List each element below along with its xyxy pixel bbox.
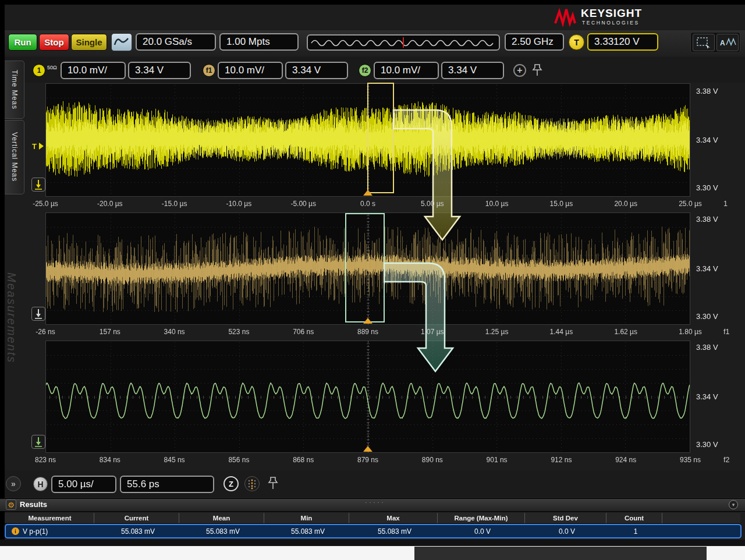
time-tick: 0.0 s bbox=[360, 200, 375, 208]
acquisition-preview-strip[interactable] bbox=[307, 34, 500, 51]
column-header: Min bbox=[264, 513, 349, 523]
tab-time-meas[interactable]: Time Meas bbox=[5, 61, 24, 119]
dotted-columns-icon bbox=[246, 477, 258, 490]
single-button[interactable]: Single bbox=[71, 34, 107, 51]
display-tools-group: A bbox=[690, 32, 740, 53]
time-tick: 1.07 µs bbox=[421, 328, 444, 336]
tab-vertical-meas[interactable]: Vertical Meas bbox=[5, 120, 24, 194]
preview-waveform-icon bbox=[308, 36, 499, 49]
measurements-watermark: Measurements bbox=[5, 272, 18, 363]
time-tick: 823 ns bbox=[35, 456, 56, 464]
expand-sidebar-button[interactable]: » bbox=[6, 476, 21, 491]
voltage-label: 3.34 V bbox=[696, 136, 718, 144]
waveform-mode-icon bbox=[112, 34, 132, 51]
trigger-time-marker-f2[interactable] bbox=[363, 446, 372, 452]
channel-1-scale-box[interactable]: 10.0 mV/ bbox=[61, 62, 126, 79]
svg-text:A: A bbox=[720, 39, 725, 47]
stop-button[interactable]: Stop bbox=[39, 34, 69, 51]
time-tick: 1.62 µs bbox=[614, 328, 637, 336]
dashed-region-icon bbox=[693, 34, 714, 51]
sample-rate-box[interactable]: 20.0 GSa/s bbox=[136, 33, 216, 51]
column-header: Count bbox=[606, 513, 662, 523]
axis-channel-label: f1 bbox=[723, 328, 729, 336]
results-settings-gear-icon[interactable]: ⚙ bbox=[6, 499, 16, 510]
keysight-logo: KEYSIGHT TECHNOLOGIES bbox=[554, 6, 682, 29]
results-footer-space bbox=[0, 540, 745, 546]
f2-scale-box[interactable]: 10.0 mV/ bbox=[374, 62, 439, 79]
time-tick: 523 ns bbox=[228, 328, 249, 336]
result-cell: 55.083 mV bbox=[180, 525, 265, 537]
trigger-level-box[interactable]: 3.33120 V bbox=[587, 33, 658, 51]
time-tick: 1.80 µs bbox=[679, 328, 702, 336]
time-tick: -10.0 µs bbox=[226, 200, 252, 208]
time-tick: 935 ns bbox=[680, 456, 701, 464]
results-collapse-button[interactable]: ▾ bbox=[729, 500, 738, 509]
trigger-badge[interactable]: T bbox=[569, 34, 584, 50]
time-tick: 1.44 µs bbox=[550, 328, 573, 336]
acquisition-mode-button[interactable] bbox=[111, 33, 132, 51]
column-header: Range (Max-Min) bbox=[438, 513, 525, 523]
channel-1-impedance: 50Ω bbox=[47, 65, 57, 70]
results-title: Results bbox=[20, 500, 47, 509]
panel-ch1-position-button[interactable] bbox=[31, 178, 45, 192]
time-axis-f1: -26 ns157 ns340 ns523 ns706 ns889 ns1.07… bbox=[45, 325, 690, 339]
column-header: Current bbox=[94, 513, 179, 523]
result-cell: 55.083 mV bbox=[350, 525, 439, 537]
time-tick: 856 ns bbox=[228, 456, 249, 464]
f2-offset-box[interactable]: 3.34 V bbox=[441, 62, 504, 79]
function-f1-badge[interactable]: f1 bbox=[203, 64, 215, 77]
horizontal-badge[interactable]: H bbox=[33, 477, 48, 491]
marker-columns-button[interactable] bbox=[244, 476, 260, 491]
trigger-time-marker-ch1[interactable] bbox=[363, 190, 372, 196]
waveform-panel-f1[interactable] bbox=[45, 212, 690, 325]
f1-offset-box[interactable]: 3.34 V bbox=[285, 62, 348, 79]
result-cell: iV p-p(1) bbox=[7, 525, 95, 537]
down-arrow-icon bbox=[33, 179, 44, 190]
measurement-info-icon: i bbox=[12, 527, 19, 535]
time-tick: 706 ns bbox=[293, 328, 314, 336]
voltage-label: 3.30 V bbox=[696, 440, 718, 449]
voltage-label: 3.30 V bbox=[696, 312, 718, 321]
pin-icon[interactable] bbox=[268, 475, 278, 491]
result-cell: 0.0 V bbox=[439, 525, 526, 537]
timebase-delay-box[interactable]: 55.6 ps bbox=[120, 476, 214, 493]
zoom-button[interactable]: Z bbox=[224, 476, 239, 491]
time-axis-f2: 823 ns834 ns845 ns856 ns868 ns879 ns890 … bbox=[45, 453, 690, 467]
panel-f1-position-button[interactable] bbox=[31, 307, 45, 321]
voltage-label: 3.34 V bbox=[696, 264, 718, 273]
frame-top-strip bbox=[0, 0, 745, 5]
frame-left-strip bbox=[0, 5, 5, 546]
time-tick: 924 ns bbox=[615, 456, 636, 464]
time-tick: -25.0 µs bbox=[33, 200, 58, 208]
page-bottom-bar bbox=[414, 547, 707, 560]
add-waveform-button[interactable]: + bbox=[513, 64, 526, 77]
memory-depth-box[interactable]: 1.00 Mpts bbox=[219, 33, 299, 51]
function-f2-badge[interactable]: f2 bbox=[359, 64, 371, 77]
trigger-level-marker[interactable]: T bbox=[32, 142, 44, 151]
channel-1-offset-box[interactable]: 3.34 V bbox=[128, 62, 191, 79]
time-tick: 845 ns bbox=[164, 456, 185, 464]
voltage-label: 3.30 V bbox=[696, 183, 718, 192]
column-header: Max bbox=[349, 513, 438, 523]
results-drag-handle[interactable]: ..... bbox=[349, 497, 402, 504]
zoom-select-button[interactable] bbox=[693, 34, 715, 51]
time-tick: -5.00 µs bbox=[290, 200, 316, 208]
time-tick: 10.0 µs bbox=[485, 200, 509, 208]
panel-f2-position-button[interactable] bbox=[31, 435, 45, 449]
waveform-panel-ch1[interactable] bbox=[45, 83, 690, 197]
time-tick: -26 ns bbox=[36, 328, 55, 336]
timebase-scale-box[interactable]: 5.00 µs/ bbox=[51, 476, 116, 493]
run-button[interactable]: Run bbox=[8, 34, 37, 51]
trigger-time-marker-f1[interactable] bbox=[363, 318, 372, 324]
time-axis-ch1: -25.0 µs-20.0 µs-15.0 µs-10.0 µs-5.00 µs… bbox=[45, 197, 690, 211]
axis-channel-label: f2 bbox=[723, 456, 729, 464]
channel-1-badge[interactable]: 1 bbox=[33, 64, 45, 77]
result-cell: 1 bbox=[608, 525, 664, 537]
pin-icon[interactable] bbox=[532, 63, 542, 78]
f1-scale-box[interactable]: 10.0 mV/ bbox=[218, 62, 283, 79]
waveform-panel-f2[interactable] bbox=[45, 341, 690, 453]
brand-name: KEYSIGHT bbox=[581, 7, 642, 20]
auto-measure-button[interactable]: A bbox=[716, 34, 739, 51]
bandwidth-box[interactable]: 2.50 GHz bbox=[505, 33, 564, 51]
result-row[interactable]: iV p-p(1)55.083 mV55.083 mV55.083 mV55.0… bbox=[5, 524, 742, 538]
